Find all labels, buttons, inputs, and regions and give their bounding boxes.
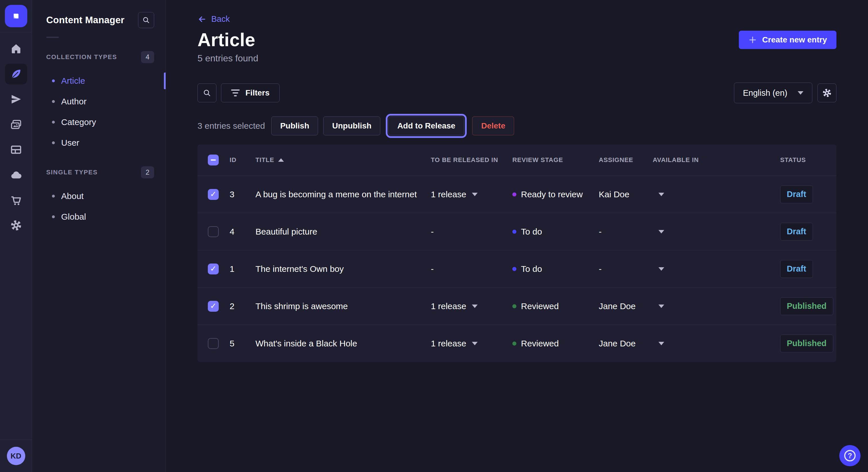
active-indicator-bar [164, 72, 166, 89]
cell-released[interactable]: 1 release [431, 190, 513, 199]
rail-bottom: KD [0, 440, 32, 472]
cell-released[interactable]: - [431, 264, 513, 274]
cell-released[interactable]: - [431, 227, 513, 237]
home-icon [10, 43, 22, 55]
row-checkbox[interactable]: ✓ [208, 226, 219, 237]
cell-title: What's inside a Black Hole [255, 339, 431, 348]
strapi-logo[interactable] [5, 5, 27, 27]
table-search-button[interactable] [197, 83, 216, 102]
search-icon [142, 16, 150, 24]
cell-review-stage: To do [513, 227, 599, 237]
plus-icon [748, 36, 757, 44]
cell-title: Beautiful picture [255, 227, 431, 237]
cell-available-in[interactable] [653, 305, 780, 308]
sidebar-item-user[interactable]: User [32, 133, 166, 153]
single-types-section: SINGLE TYPES 2 About Global [32, 166, 166, 227]
bullet-icon [52, 79, 55, 82]
content-manager-nav-item[interactable] [5, 64, 27, 84]
sidebar-title: Content Manager [46, 14, 125, 26]
cell-status: Draft [780, 260, 836, 278]
cell-id: 5 [229, 339, 255, 348]
cell-title: The internet's Own boy [255, 264, 431, 274]
column-header-released[interactable]: TO BE RELEASED IN [431, 156, 513, 164]
view-settings-button[interactable] [817, 83, 836, 102]
sidebar-search-button[interactable] [138, 12, 154, 28]
sidebar-item-label: Category [61, 117, 96, 127]
filter-icon [231, 90, 240, 96]
chevron-down-icon [658, 193, 664, 196]
status-badge: Published [780, 335, 833, 352]
unpublish-button[interactable]: Unpublish [323, 116, 380, 135]
chevron-down-icon [658, 267, 664, 271]
cell-status: Draft [780, 223, 836, 241]
layout-card-icon [10, 144, 22, 156]
column-header-status[interactable]: STATUS [780, 156, 836, 164]
column-header-assignee[interactable]: ASSIGNEE [599, 156, 653, 164]
cart-icon [10, 194, 22, 206]
main-area: Back Article Create new entry 5 entries … [166, 0, 868, 472]
user-avatar[interactable]: KD [7, 447, 25, 465]
delete-button[interactable]: Delete [472, 116, 514, 135]
home-nav-item[interactable] [5, 38, 27, 59]
sidebar-item-category[interactable]: Category [32, 112, 166, 133]
cell-available-in[interactable] [653, 342, 780, 345]
column-header-title[interactable]: TITLE [255, 156, 431, 164]
marketplace-nav-item[interactable] [5, 190, 27, 210]
add-to-release-button[interactable]: Add to Release [389, 116, 464, 135]
media-library-nav-item[interactable] [5, 114, 27, 135]
create-new-entry-button[interactable]: Create new entry [739, 31, 836, 49]
chevron-down-icon [472, 342, 477, 345]
content-type-builder-nav-item[interactable] [5, 139, 27, 160]
select-all-checkbox[interactable] [208, 155, 219, 165]
cell-available-in[interactable] [653, 267, 780, 271]
cell-released[interactable]: 1 release [431, 339, 513, 348]
sidebar-item-author[interactable]: Author [32, 91, 166, 112]
status-badge: Published [780, 297, 833, 315]
single-types-count-badge: 2 [141, 166, 154, 178]
row-checkbox[interactable]: ✓ [208, 338, 219, 349]
status-badge: Draft [780, 223, 813, 241]
column-header-review[interactable]: REVIEW STAGE [513, 156, 599, 164]
bullet-icon [52, 215, 55, 218]
back-link[interactable]: Back [197, 14, 229, 24]
table-row[interactable]: ✓ 2 This shrimp is awesome 1 release Rev… [197, 287, 836, 325]
chevron-down-icon [472, 305, 477, 308]
collection-types-label: COLLECTION TYPES [46, 53, 117, 61]
stage-dot-icon [513, 341, 516, 345]
main-nav-rail: KD [0, 0, 32, 472]
strapi-logo-icon [10, 10, 22, 22]
stage-dot-icon [513, 267, 516, 271]
locale-select[interactable]: English (en) [734, 82, 812, 103]
filters-button[interactable]: Filters [221, 83, 280, 102]
content-manager-sidebar: Content Manager COLLECTION TYPES 4 Artic… [32, 0, 166, 472]
sidebar-item-article[interactable]: Article [32, 71, 166, 91]
cell-assignee: - [599, 264, 653, 274]
cell-released[interactable]: 1 release [431, 301, 513, 311]
row-checkbox[interactable]: ✓ [208, 264, 219, 274]
stage-dot-icon [513, 193, 516, 196]
settings-nav-item[interactable] [5, 215, 27, 236]
cell-status: Published [780, 297, 836, 315]
table-body: ✓ 3 A bug is becoming a meme on the inte… [197, 175, 836, 362]
releases-nav-item[interactable] [5, 89, 27, 109]
strapi-logo-wrap [0, 0, 32, 32]
table-row[interactable]: ✓ 1 The internet's Own boy - To do - Dra… [197, 250, 836, 287]
column-header-available[interactable]: AVAILABLE IN [653, 156, 780, 164]
table-row[interactable]: ✓ 4 Beautiful picture - To do - Draft [197, 213, 836, 250]
row-checkbox[interactable]: ✓ [208, 189, 219, 200]
table-row[interactable]: ✓ 3 A bug is becoming a meme on the inte… [197, 175, 836, 213]
sidebar-item-about[interactable]: About [32, 186, 166, 206]
sidebar-item-global[interactable]: Global [32, 206, 166, 227]
cell-id: 2 [229, 301, 255, 311]
deploy-nav-item[interactable] [5, 165, 27, 185]
row-checkbox[interactable]: ✓ [208, 301, 219, 312]
column-header-id[interactable]: ID [229, 156, 255, 164]
chevron-down-icon [658, 305, 664, 308]
arrow-left-icon [197, 14, 207, 24]
help-button[interactable]: ? [839, 445, 861, 466]
cell-available-in[interactable] [653, 193, 780, 196]
table-row[interactable]: ✓ 5 What's inside a Black Hole 1 release… [197, 325, 836, 362]
cell-available-in[interactable] [653, 230, 780, 233]
chevron-down-icon [658, 342, 664, 345]
publish-button[interactable]: Publish [271, 116, 318, 135]
